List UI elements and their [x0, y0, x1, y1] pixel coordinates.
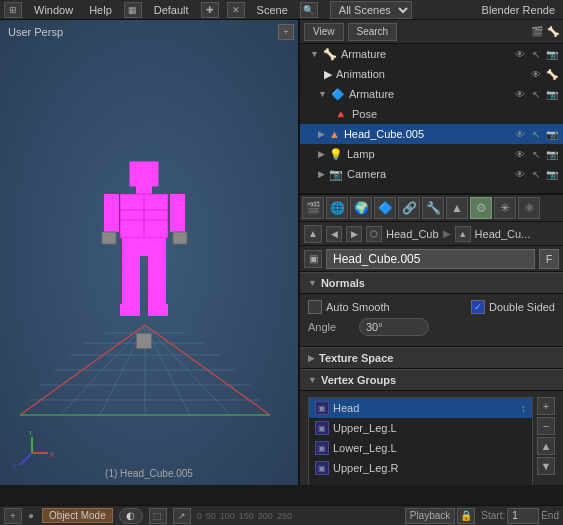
armature-sub-icon: 🔷	[331, 88, 345, 101]
double-sided-check-mark: ✓	[474, 302, 482, 312]
vgroup-item-head[interactable]: ▣ Head ↕	[309, 398, 532, 418]
lock-btn[interactable]: 🔒	[457, 508, 475, 524]
auto-smooth-checkbox-item[interactable]: Auto Smooth	[308, 300, 390, 314]
vgroup-item-upper-leg-l[interactable]: ▣ Upper_Leg.L	[309, 418, 532, 438]
armature-icon: 🦴	[323, 48, 337, 61]
all-scenes-selector[interactable]: All Scenes	[330, 1, 412, 19]
window-icon[interactable]: ⊞	[4, 2, 22, 18]
search-icon[interactable]: 🔍	[300, 2, 318, 18]
tree-label-camera: Camera	[347, 168, 511, 180]
breadcrumb-bar: ▲ ◀ ▶ ⬡ Head_Cub ▶ ▲ Head_Cu...	[300, 222, 563, 246]
viewport-shading-btn[interactable]: ◐	[119, 508, 143, 524]
tree-item-armature-sub[interactable]: ▼ 🔷 Armature 👁 ↖ 📷	[300, 84, 563, 104]
props-modifiers-btn[interactable]: 🔧	[422, 197, 444, 219]
texture-space-section-header[interactable]: ▶ Texture Space	[300, 347, 563, 369]
default-layout[interactable]: Default	[150, 4, 193, 16]
tree-item-pose[interactable]: 🔺 Pose	[300, 104, 563, 124]
vgroup-item-lower-leg-l[interactable]: ▣ Lower_Leg.L	[309, 438, 532, 458]
props-world-btn[interactable]: 🌍	[350, 197, 372, 219]
vgroup-icon-lower-leg-l: ▣	[315, 441, 329, 455]
props-object-btn[interactable]: 🔷	[374, 197, 396, 219]
render-icon-armature-sub[interactable]: 📷	[545, 87, 559, 101]
cursor-icon-armature-sub[interactable]: ↖	[529, 87, 543, 101]
breadcrumb-nav-back[interactable]: ◀	[326, 226, 342, 242]
texture-space-title: Texture Space	[319, 352, 393, 364]
vertex-groups-layout: ▣ Head ↕ ▣ Upper_Leg.L ▣ Lower_Leg.L	[308, 397, 555, 485]
eye-icon-headcube[interactable]: 👁	[513, 127, 527, 141]
render-icon-camera[interactable]: 📷	[545, 167, 559, 181]
breadcrumb-sep1: ▶	[443, 228, 451, 239]
vgroup-item-upper-leg-r[interactable]: ▣ Upper_Leg.R	[309, 458, 532, 478]
tree-item-armature-root[interactable]: ▼ 🦴 Armature 👁 ↖ 📷	[300, 44, 563, 64]
eye-icon-armature-sub[interactable]: 👁	[513, 87, 527, 101]
props-particles-btn[interactable]: ✳	[494, 197, 516, 219]
viewport-overlay-btn[interactable]: ↗	[173, 508, 191, 524]
viewport-corner[interactable]: +	[278, 24, 294, 40]
normals-section-header[interactable]: ▼ Normals	[300, 272, 563, 294]
playback-label-btn[interactable]: Playback	[405, 508, 456, 524]
tree-item-animation[interactable]: ▶ Animation 👁 🦴	[300, 64, 563, 84]
add-layout-icon[interactable]: ✚	[201, 2, 219, 18]
search-btn[interactable]: Search	[348, 23, 398, 41]
angle-input[interactable]	[359, 318, 429, 336]
vgroup-up-btn[interactable]: ▲	[537, 437, 555, 455]
corner-expand-btn[interactable]: +	[278, 24, 294, 40]
cursor-icon-lamp[interactable]: ↖	[529, 147, 543, 161]
vgroup-sidebar: + − ▲ ▼	[537, 397, 555, 485]
breadcrumb-head-cu[interactable]: Head_Cu...	[475, 228, 531, 240]
breadcrumb-mesh-icon[interactable]: ▲	[455, 226, 471, 242]
tree-item-lamp[interactable]: ▶ 💡 Lamp 👁 ↖ 📷	[300, 144, 563, 164]
breadcrumb-nav-forward[interactable]: ▶	[346, 226, 362, 242]
vgroup-add-btn[interactable]: +	[537, 397, 555, 415]
normals-row: Auto Smooth ✓ Double Sided	[308, 300, 555, 314]
breadcrumb-nav-icon[interactable]: ⬡	[366, 226, 382, 242]
props-scene-btn[interactable]: 🌐	[326, 197, 348, 219]
eye-icon-lamp[interactable]: 👁	[513, 147, 527, 161]
double-sided-label: Double Sided	[489, 301, 555, 313]
viewport-3d[interactable]: User Persp +	[0, 20, 300, 485]
breadcrumb-head-cub[interactable]: Head_Cub	[386, 228, 439, 240]
object-mode-selector[interactable]: Object Mode	[42, 508, 113, 523]
render-icon-headcube[interactable]: 📷	[545, 127, 559, 141]
vgroup-down-btn[interactable]: ▼	[537, 457, 555, 475]
auto-smooth-checkbox[interactable]	[308, 300, 322, 314]
vertex-groups-list[interactable]: ▣ Head ↕ ▣ Upper_Leg.L ▣ Lower_Leg.L	[308, 397, 533, 485]
cursor-icon-headcube[interactable]: ↖	[529, 127, 543, 141]
obj-f-button[interactable]: F	[539, 249, 559, 269]
layout-icon[interactable]: ▦	[124, 2, 142, 18]
tree-label-armature-sub: Armature	[349, 88, 511, 100]
props-active-btn[interactable]: ⚙	[470, 197, 492, 219]
vertex-groups-section-header[interactable]: ▼ Vertex Groups	[300, 369, 563, 391]
obj-name-input[interactable]	[326, 249, 535, 269]
eye-icon-animation[interactable]: 👁	[529, 67, 543, 81]
tree-item-head-cube[interactable]: ▶ ▲ Head_Cube.005 👁 ↖ 📷	[300, 124, 563, 144]
vgroup-action-head[interactable]: ↕	[521, 402, 527, 414]
vgroup-icon-upper-leg-r: ▣	[315, 461, 329, 475]
tree-label-headcube: Head_Cube.005	[344, 128, 511, 140]
eye-icon-armature[interactable]: 👁	[513, 47, 527, 61]
remove-layout-icon[interactable]: ✕	[227, 2, 245, 18]
props-physics-btn[interactable]: ⚛	[518, 197, 540, 219]
render-icon-lamp[interactable]: 📷	[545, 147, 559, 161]
double-sided-checkbox-item[interactable]: ✓ Double Sided	[471, 300, 555, 314]
window-menu[interactable]: Window	[30, 4, 77, 16]
cursor-icon-armature[interactable]: ↖	[529, 47, 543, 61]
cursor-icon-camera[interactable]: ↖	[529, 167, 543, 181]
normals-arrow: ▼	[308, 278, 317, 288]
viewport-options-btn[interactable]: ⬚	[149, 508, 167, 524]
props-data-btn[interactable]: ▲	[446, 197, 468, 219]
cursor-icon-animation[interactable]: 🦴	[545, 67, 559, 81]
start-frame-input[interactable]	[507, 508, 539, 524]
tree-item-camera[interactable]: ▶ 📷 Camera 👁 ↖ 📷	[300, 164, 563, 184]
props-render-btn[interactable]: 🎬	[302, 197, 324, 219]
props-constraints-btn[interactable]: 🔗	[398, 197, 420, 219]
tree-arrow-armature: ▼	[310, 49, 319, 59]
vgroup-remove-btn[interactable]: −	[537, 417, 555, 435]
help-menu[interactable]: Help	[85, 4, 116, 16]
render-icon-armature[interactable]: 📷	[545, 47, 559, 61]
view-btn[interactable]: View	[304, 23, 344, 41]
double-sided-checkbox[interactable]: ✓	[471, 300, 485, 314]
outliner-tree[interactable]: ▼ 🦴 Armature 👁 ↖ 📷 ▶ Animation 👁 🦴 ▼ 🔷	[300, 44, 563, 194]
eye-icon-camera[interactable]: 👁	[513, 167, 527, 181]
mode-select-btn[interactable]: +	[4, 508, 22, 524]
